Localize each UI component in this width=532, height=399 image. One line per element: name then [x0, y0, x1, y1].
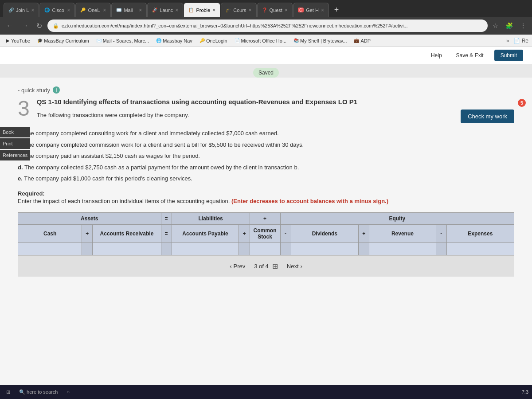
tab-label: Cisco: [52, 8, 64, 13]
tab-mail[interactable]: ✉️ Mail ×: [111, 3, 147, 17]
rev-input-a[interactable]: [369, 243, 436, 255]
ar-field-a[interactable]: [96, 246, 157, 252]
exp-input-a[interactable]: [446, 243, 514, 255]
bookmark-onelogin[interactable]: 🔑 OneLogin: [197, 37, 230, 44]
menu-icon[interactable]: ⋮: [518, 20, 528, 31]
youtube-favicon: ▶: [6, 38, 10, 43]
tab-onel[interactable]: 🔑 OneL ×: [75, 3, 111, 17]
check-badge: 5: [518, 99, 526, 107]
rev-field-a[interactable]: [373, 246, 432, 252]
bookmark-mail-soares[interactable]: ✉️ Mail - Soares, Marc...: [94, 37, 152, 44]
tab-get-h[interactable]: C Get H ×: [293, 3, 329, 17]
problem-body: QS 1-10 Identifying effects of transacti…: [37, 98, 514, 125]
tab-label: Proble: [196, 8, 210, 13]
quick-study-label: - quick study: [18, 87, 50, 94]
tab-favicon: 🚀: [152, 8, 157, 12]
bookmark-massbay-nav[interactable]: 🌐 Massbay Nav: [153, 37, 195, 44]
minus-sign-2: -: [436, 225, 446, 243]
ar-input-a[interactable]: [93, 243, 161, 255]
tab-launch[interactable]: 🚀 Launc ×: [147, 3, 183, 17]
minus-sign-1: -: [280, 225, 291, 243]
expenses-header: Expenses: [446, 225, 514, 243]
star-icon[interactable]: ☆: [490, 20, 501, 31]
new-tab-button[interactable]: +: [329, 3, 344, 17]
plus-sign-1: +: [250, 213, 280, 225]
check-work-area: Check my work 5: [469, 102, 523, 116]
close-icon[interactable]: ×: [67, 7, 70, 13]
tab-label: Cours: [233, 8, 246, 13]
div-input-a[interactable]: [291, 243, 359, 255]
bookmark-label: Microsoft Office Ho...: [241, 38, 287, 43]
tab-cours[interactable]: 🎓 Cours ×: [221, 3, 256, 17]
tab-favicon: 🔑: [80, 8, 86, 12]
sidebar-item-book[interactable]: Book: [0, 127, 30, 137]
liabilities-header: Liabilities: [172, 213, 250, 225]
sidebar-item-references[interactable]: References: [0, 150, 30, 160]
div-field-a[interactable]: [295, 246, 355, 252]
sidebar-item-print[interactable]: Print: [0, 138, 30, 149]
more-bookmarks-icon[interactable]: »: [506, 38, 509, 44]
bookmark-label: Massbay Nav: [163, 38, 192, 43]
page-indicator: 3 of 4 ⊞: [254, 262, 278, 270]
tab-proble[interactable]: 📋 Proble ×: [184, 3, 220, 17]
close-icon[interactable]: ×: [249, 7, 252, 13]
submit-button[interactable]: Submit: [494, 50, 523, 61]
taskbar-cortana[interactable]: ○: [64, 388, 72, 395]
tab-cisco[interactable]: 🌐 Cisco ×: [39, 3, 75, 17]
refresh-button[interactable]: ↻: [34, 20, 45, 32]
bookmark-my-shelf[interactable]: 📚 My Shelf | Brytewav...: [291, 37, 349, 44]
cash-input-a[interactable]: [18, 243, 82, 255]
bookmark-adp[interactable]: 💼 ADP: [351, 37, 373, 44]
tab-favicon: 🎓: [226, 8, 231, 12]
mail-favicon: ✉️: [96, 38, 102, 43]
save-exit-button[interactable]: Save & Exit: [453, 51, 487, 60]
extensions-icon[interactable]: 🧩: [503, 20, 515, 31]
back-button[interactable]: ←: [4, 20, 16, 31]
exp-field-a[interactable]: [450, 246, 510, 252]
prev-button[interactable]: ‹ Prev: [230, 263, 245, 270]
address-bar[interactable]: 🔒 ezto.mheducation.com/ext/map/index.htm…: [47, 20, 488, 32]
tab-label: Mail: [124, 8, 133, 13]
transaction-c: c. The company paid an assistant $2,150 …: [18, 152, 514, 160]
tab-quest[interactable]: ❓ Quest ×: [257, 3, 293, 17]
close-icon[interactable]: ×: [321, 7, 324, 13]
start-button[interactable]: ⊞: [4, 388, 13, 396]
equals-sign: =: [161, 213, 172, 225]
check-my-work-button[interactable]: Check my work: [461, 110, 514, 123]
ap-input-a[interactable]: [172, 243, 239, 255]
close-icon[interactable]: ×: [103, 7, 106, 13]
help-button[interactable]: Help: [427, 51, 446, 60]
search-taskbar[interactable]: 🔍 here to search: [16, 388, 60, 396]
info-icon[interactable]: i: [53, 86, 60, 94]
problem-number: 3: [18, 98, 30, 119]
close-icon[interactable]: ×: [31, 7, 34, 13]
equals-sign-2: =: [161, 225, 172, 243]
transaction-a: a. The company completed consulting work…: [18, 129, 514, 138]
required-section: Required: Enter the impact of each trans…: [18, 190, 514, 206]
cs-field-a[interactable]: [254, 246, 277, 252]
forward-button[interactable]: →: [19, 20, 31, 31]
ap-field-a[interactable]: [176, 246, 235, 252]
next-label: Next: [287, 263, 299, 270]
bookmarks-bar: ▶ YouTube 🎓 MassBay Curriculum ✉️ Mail -…: [0, 35, 532, 47]
bookmark-youtube[interactable]: ▶ YouTube: [4, 37, 33, 44]
tab-favicon: ✉️: [116, 8, 121, 12]
bookmark-massbay-curriculum[interactable]: 🎓 MassBay Curriculum: [35, 37, 91, 44]
bookmark-label: YouTube: [11, 38, 30, 43]
transaction-d: d. The company collected $2,750 cash as …: [18, 163, 514, 172]
revenue-header: Revenue: [369, 225, 436, 243]
close-icon[interactable]: ×: [212, 7, 215, 13]
accounting-table: Assets = Liabilities + Equity Cash + Acc…: [18, 212, 514, 255]
cash-field-a[interactable]: [22, 246, 78, 252]
close-icon[interactable]: ×: [285, 7, 288, 13]
cs-input-a[interactable]: [250, 243, 280, 255]
close-icon[interactable]: ×: [175, 7, 178, 13]
next-button[interactable]: Next ›: [287, 263, 302, 270]
grid-icon[interactable]: ⊞: [272, 262, 278, 270]
bookmark-ms-office[interactable]: 📄 Microsoft Office Ho...: [232, 37, 289, 44]
tab-join-l[interactable]: 🔗 Join L ×: [4, 3, 39, 17]
bookmark-label: MassBay Curriculum: [44, 38, 89, 43]
transaction-b: b. The company completed commission work…: [18, 141, 514, 149]
close-icon[interactable]: ×: [139, 7, 142, 13]
reading-list-icon[interactable]: 📄 Re: [513, 38, 528, 44]
